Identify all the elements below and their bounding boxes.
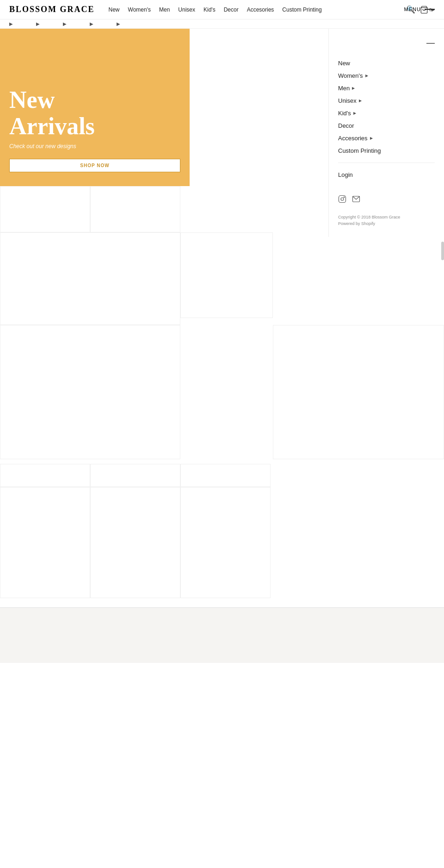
sub-nav-arrow-3[interactable]: ▶ [63, 21, 67, 26]
hero-section: New Arrivals Check out our new designs S… [0, 29, 190, 186]
overlay-arrow-men: ▶ [352, 86, 355, 90]
product-card[interactable] [90, 186, 180, 232]
close-icon[interactable]: — [426, 38, 435, 48]
hero-subtitle: Check out our new designs [9, 143, 180, 150]
nav-item-womens[interactable]: Women's [128, 6, 151, 13]
menu-button[interactable]: MENU [404, 6, 435, 12]
overlay-nav-new[interactable]: New [338, 57, 435, 69]
product-card[interactable] [180, 232, 273, 318]
overlay-divider [338, 162, 435, 163]
product-row-5 [0, 487, 324, 598]
product-card[interactable] [0, 487, 90, 598]
main-nav: New Women's Men Unisex Kid's Decor Acces… [109, 6, 406, 13]
product-card[interactable] [180, 464, 271, 487]
sub-nav-arrow-2[interactable]: ▶ [36, 21, 40, 26]
overlay-login[interactable]: Login [338, 169, 435, 181]
hamburger-icon [425, 9, 435, 10]
footer [0, 607, 444, 663]
nav-item-accesories[interactable]: Accesories [247, 6, 274, 13]
nav-item-new[interactable]: New [109, 6, 120, 13]
instagram-icon[interactable] [338, 195, 346, 205]
nav-item-custom-printing[interactable]: Custom Printing [282, 6, 321, 13]
svg-rect-1 [339, 196, 346, 203]
email-icon[interactable] [352, 195, 360, 205]
sub-nav-arrow-1[interactable]: ▶ [9, 21, 13, 26]
svg-point-3 [344, 197, 345, 198]
overlay-menu: — New Women's ▶ Men ▶ Unisex ▶ Kid's ▶ D… [328, 29, 444, 237]
product-card[interactable] [0, 186, 90, 232]
nav-item-unisex[interactable]: Unisex [178, 6, 195, 13]
hero-title: New Arrivals [9, 87, 180, 139]
sub-nav-arrow-4[interactable]: ▶ [90, 21, 93, 26]
menu-label: MENU [404, 6, 421, 12]
overlay-nav-kids[interactable]: Kid's ▶ [338, 107, 435, 119]
page-body: — New Women's ▶ Men ▶ Unisex ▶ Kid's ▶ D… [0, 29, 444, 598]
product-card-large[interactable] [273, 325, 444, 459]
overlay-menu-header: — [338, 38, 435, 48]
overlay-nav-accesories[interactable]: Accesories ▶ [338, 132, 435, 144]
product-card[interactable] [180, 487, 271, 598]
product-row-1 [0, 186, 324, 232]
shop-now-button[interactable]: SHOP NOW [9, 159, 180, 172]
overlay-social [338, 195, 435, 205]
overlay-nav-unisex[interactable]: Unisex ▶ [338, 94, 435, 107]
footer-content [0, 608, 444, 626]
overlay-arrow-accesories: ▶ [370, 136, 373, 140]
site-logo[interactable]: BLOSSOM GRACE [9, 5, 95, 14]
product-card[interactable] [90, 464, 180, 487]
product-card-large[interactable] [0, 232, 180, 325]
overlay-arrow-womens: ▶ [365, 74, 368, 78]
product-card[interactable] [0, 464, 90, 487]
overlay-arrow-kids: ▶ [353, 111, 356, 115]
product-row-2 [0, 232, 324, 325]
product-row-3 [0, 325, 444, 459]
product-card[interactable] [90, 487, 180, 598]
product-row-4 [0, 464, 324, 487]
overlay-nav-decor[interactable]: Decor [338, 119, 435, 132]
nav-item-kids[interactable]: Kid's [204, 6, 216, 13]
header: BLOSSOM GRACE New Women's Men Unisex Kid… [0, 0, 444, 19]
overlay-arrow-unisex: ▶ [359, 99, 362, 103]
product-card-large[interactable] [0, 325, 180, 459]
overlay-copyright: Copyright © 2018 Blossom Grace Powered b… [338, 214, 435, 227]
scrollbar[interactable] [441, 242, 444, 260]
svg-point-2 [341, 198, 344, 200]
sub-nav: ▶ ▶ ▶ ▶ ▶ [0, 19, 444, 29]
sub-nav-arrow-5[interactable]: ▶ [117, 21, 120, 26]
overlay-nav-men[interactable]: Men ▶ [338, 82, 435, 94]
nav-item-men[interactable]: Men [159, 6, 170, 13]
nav-item-decor[interactable]: Decor [224, 6, 239, 13]
overlay-nav-custom-printing[interactable]: Custom Printing [338, 144, 435, 157]
overlay-nav-womens[interactable]: Women's ▶ [338, 69, 435, 82]
